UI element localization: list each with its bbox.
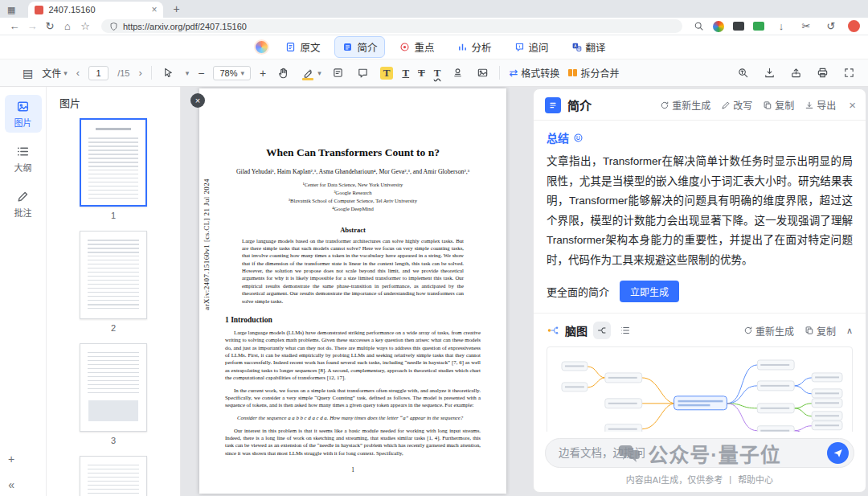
outline-icon xyxy=(16,145,30,158)
analysis-icon xyxy=(457,42,468,52)
page-thumbnail[interactable] xyxy=(80,343,147,432)
reader-mode-icon[interactable] xyxy=(753,22,764,31)
divider xyxy=(151,66,152,80)
ai-tab-analysis[interactable]: 分析 xyxy=(449,36,500,58)
collapse-mindmap-icon[interactable]: ∧ xyxy=(846,326,853,336)
thumb-decoration xyxy=(88,400,138,421)
pdf-viewer[interactable]: × arXiv:2407.15160v1 [cs.CL] 21 Jul 2024… xyxy=(181,87,531,496)
mindmap-regenerate-button[interactable]: 重新生成 xyxy=(743,324,794,338)
save-export-icon[interactable] xyxy=(788,65,804,81)
page-thumbnail[interactable] xyxy=(80,118,147,207)
thumb-decoration xyxy=(88,240,139,312)
highlighter-tool[interactable]: ▾ xyxy=(300,65,321,81)
ai-tab-original[interactable]: 原文 xyxy=(277,36,328,58)
regenerate-button[interactable]: 重新生成 xyxy=(660,98,710,112)
note-tool-icon[interactable] xyxy=(330,65,346,81)
page-number-input[interactable] xyxy=(88,66,108,80)
new-tab-button[interactable]: + xyxy=(173,2,179,15)
affiliation: ³Blavatnik School of Computer Science, T… xyxy=(199,197,506,205)
mindmap-canvas[interactable]: ＋ − xyxy=(547,346,853,432)
apps-grid-icon[interactable]: ▦ xyxy=(7,5,15,15)
format-convert-button[interactable]: ⇄ 格式转换 xyxy=(509,66,559,80)
abstract-heading: Abstract xyxy=(199,226,506,234)
mindmap-view-toggle[interactable] xyxy=(593,322,611,339)
bookmark-star-icon[interactable]: ☆ xyxy=(77,20,93,32)
chevron-down-icon: ▾ xyxy=(63,69,68,77)
format-convert-icon: ⇄ xyxy=(509,67,518,79)
select-tool-icon[interactable] xyxy=(161,65,177,81)
mindmap-copy-button[interactable]: 复制 xyxy=(805,324,836,338)
copy-button[interactable]: 复制 xyxy=(763,98,794,112)
pdf-toolbar: ▤ 文件 ▾ ‹ /15 › ▾ − 78% ▾ + ▾ xyxy=(0,59,868,87)
rewrite-button[interactable]: 改写 xyxy=(721,98,752,112)
sidebar-toggle-icon[interactable]: ▤ xyxy=(23,67,33,80)
url-bar[interactable]: https://arxiv.org/pdf/2407.15160 xyxy=(101,19,682,33)
translate-icon xyxy=(571,42,582,52)
find-text-icon[interactable] xyxy=(735,65,751,81)
highlighter-icon xyxy=(300,65,316,81)
add-page-icon[interactable]: + xyxy=(8,453,14,465)
zoom-out-icon[interactable]: − xyxy=(198,67,204,80)
file-menu[interactable]: 文件 ▾ xyxy=(42,66,68,80)
generate-now-button[interactable]: 立即生成 xyxy=(620,281,679,302)
history-icon[interactable]: ↺ xyxy=(823,20,839,32)
text-underline-tool[interactable]: T xyxy=(402,67,409,80)
home-icon[interactable]: ⌂ xyxy=(59,20,76,32)
ai-tab-highlights[interactable]: 重点 xyxy=(391,36,442,58)
forward-icon[interactable]: → xyxy=(24,20,40,32)
affiliation: ¹Center for Data Science, New York Unive… xyxy=(199,181,506,189)
download-file-icon[interactable] xyxy=(761,65,777,81)
prev-page-icon[interactable]: ‹ xyxy=(76,67,80,79)
collapse-sidebar-icon[interactable]: « xyxy=(8,478,14,491)
panel-footer: 内容由AI生成，仅供参考 | 帮助中心 xyxy=(534,468,866,492)
next-page-icon[interactable]: › xyxy=(138,67,141,79)
ask-input[interactable] xyxy=(559,447,827,459)
browser-tab[interactable]: 2407.15160 × xyxy=(28,2,163,18)
assistant-logo-icon[interactable] xyxy=(254,39,269,55)
profile-avatar[interactable] xyxy=(848,20,860,32)
export-button[interactable]: 导出 xyxy=(805,98,836,112)
back-icon[interactable]: ← xyxy=(6,20,23,32)
text-strikethrough-tool[interactable]: T xyxy=(418,67,425,80)
select-tool-caret[interactable]: ▾ xyxy=(186,69,190,77)
zoom-in-icon[interactable]: + xyxy=(260,67,266,80)
text-highlight-tool[interactable]: T xyxy=(380,67,394,80)
zoom-level-select[interactable]: 78% ▾ xyxy=(213,66,251,80)
reload-icon[interactable]: ↻ xyxy=(42,20,58,32)
tab-close-icon[interactable]: × xyxy=(151,4,157,15)
close-thumbnail-panel-button[interactable]: × xyxy=(190,93,205,108)
extension-pinwheel-icon[interactable] xyxy=(713,21,724,32)
split-merge-button[interactable]: 拆分合并 xyxy=(568,66,619,80)
ask-input-bar[interactable] xyxy=(545,438,854,468)
comment-tool-icon[interactable] xyxy=(355,65,371,81)
pdf-favicon xyxy=(35,6,43,14)
page-thumbnail[interactable] xyxy=(80,231,147,319)
download-icon[interactable]: ↓ xyxy=(773,20,789,32)
text-squiggly-tool[interactable]: T xyxy=(434,67,441,80)
sidebar-item-annotations[interactable]: 批注 xyxy=(5,185,42,223)
ai-tab-translate[interactable]: 翻译 xyxy=(563,36,614,58)
help-center-link[interactable]: 帮助中心 xyxy=(738,473,773,486)
sidebar-item-outline[interactable]: 大纲 xyxy=(5,140,42,178)
page-thumbnail[interactable] xyxy=(80,456,147,496)
close-panel-icon[interactable]: × xyxy=(849,98,856,112)
refresh-icon xyxy=(743,326,753,335)
print-icon[interactable] xyxy=(814,65,830,81)
ai-tab-summary[interactable]: 简介 xyxy=(334,36,385,58)
send-button[interactable] xyxy=(827,442,849,464)
list-view-toggle[interactable] xyxy=(616,322,634,339)
screen-capture-icon[interactable] xyxy=(733,22,744,31)
fullscreen-icon[interactable] xyxy=(841,65,857,81)
format-convert-label: 格式转换 xyxy=(521,66,559,80)
stamp-tool-icon[interactable] xyxy=(449,65,465,81)
sidebar-item-images[interactable]: 图片 xyxy=(5,95,42,133)
hand-tool-icon[interactable] xyxy=(275,65,291,81)
pdf-toolbar-right xyxy=(735,65,857,81)
pdf-page: arXiv:2407.15160v1 [cs.CL] 21 Jul 2024 W… xyxy=(199,88,506,494)
export-label: 导出 xyxy=(817,98,836,112)
ai-tab-followup[interactable]: 追问 xyxy=(506,36,557,58)
image-tool-icon[interactable] xyxy=(474,65,490,81)
search-icon[interactable] xyxy=(694,21,704,31)
scissors-icon[interactable]: ✂ xyxy=(798,20,814,32)
site-shield-icon xyxy=(109,22,118,31)
